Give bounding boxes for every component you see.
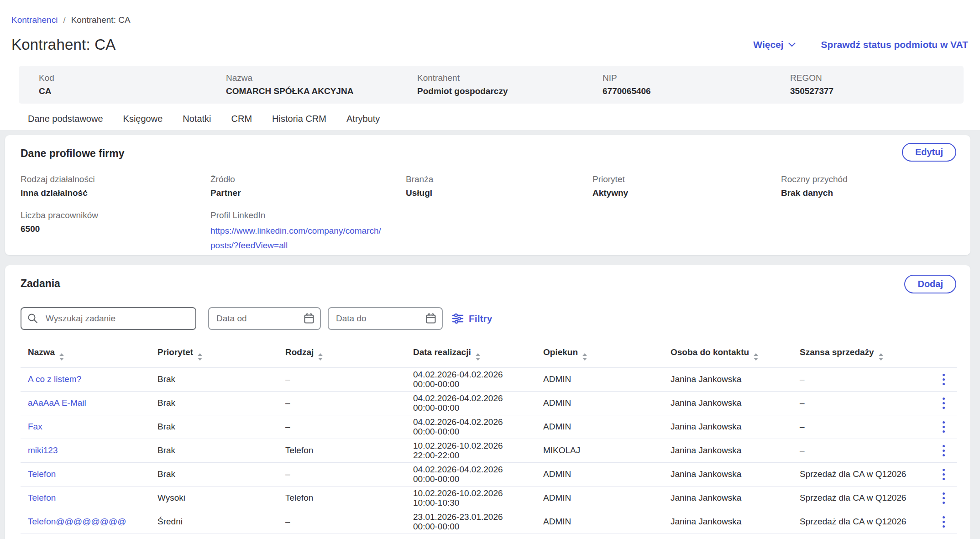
task-name-link[interactable]: Telefon bbox=[28, 493, 56, 502]
search-icon bbox=[27, 313, 38, 324]
task-opportunity: Sprzedaż dla CA w Q12026 bbox=[792, 462, 929, 486]
task-priority: Brak bbox=[150, 439, 278, 462]
field-label: Liczba pracowników bbox=[21, 210, 210, 220]
task-priority: Średni bbox=[150, 510, 278, 534]
task-name-link[interactable]: Telefon bbox=[28, 469, 56, 479]
column-header-nazwa[interactable]: Nazwa bbox=[21, 341, 150, 367]
tasks-card: Zadania Dodaj bbox=[5, 265, 970, 539]
task-name-link[interactable]: miki123 bbox=[28, 445, 58, 455]
task-type: – bbox=[278, 391, 406, 415]
field-value: Inna działalność bbox=[21, 188, 210, 199]
task-date: 04.02.2026-04.02.202600:00-00:00 bbox=[406, 367, 536, 391]
task-contact: Janina Jankowska bbox=[663, 510, 792, 534]
profile-card-title: Dane profilowe firmy bbox=[21, 135, 957, 160]
sort-icon bbox=[476, 353, 480, 361]
column-header-osoba-do-kontaktu[interactable]: Osoba do kontaktu bbox=[663, 341, 792, 367]
summary-field-kontrahent: Kontrahent Podmiot gospodarczy bbox=[417, 73, 603, 96]
task-contact: Janina Jankowska bbox=[663, 415, 792, 439]
tab-atrybuty[interactable]: Atrybuty bbox=[336, 114, 390, 132]
task-contact: Janina Jankowska bbox=[663, 439, 792, 462]
summary-value: Podmiot gospodarczy bbox=[417, 86, 603, 96]
tab-crm[interactable]: CRM bbox=[221, 114, 262, 132]
tab-ksiegowe[interactable]: Księgowe bbox=[113, 114, 173, 132]
row-menu-button[interactable] bbox=[938, 372, 949, 387]
vat-status-link[interactable]: Sprawdź status podmiotu w VAT bbox=[821, 39, 968, 50]
tab-historia-crm[interactable]: Historia CRM bbox=[262, 114, 336, 132]
calendar-icon[interactable] bbox=[303, 313, 315, 324]
task-date: 23.01.2026-23.01.202600:00-00:00 bbox=[406, 510, 536, 534]
sort-icon bbox=[754, 353, 758, 361]
table-header-row: Nazwa Priorytet Rodzaj Data realizacji O… bbox=[21, 341, 957, 367]
profile-field-przychod: Roczny przychód Brak danych bbox=[781, 174, 957, 199]
more-label: Więcej bbox=[753, 39, 783, 50]
field-label: Roczny przychód bbox=[781, 174, 957, 184]
field-label: Priorytet bbox=[592, 174, 781, 184]
summary-value: COMARCH SPÓŁKA AKCYJNA bbox=[226, 86, 417, 96]
search-input[interactable] bbox=[21, 307, 196, 330]
summary-field-regon: REGON 350527377 bbox=[790, 73, 964, 96]
edit-button[interactable]: Edytuj bbox=[902, 143, 956, 162]
summary-field-nip: NIP 6770065406 bbox=[603, 73, 790, 96]
task-name-link[interactable]: A co z listem? bbox=[28, 374, 81, 384]
tab-dane-podstawowe[interactable]: Dane podstawowe bbox=[18, 114, 113, 132]
task-priority: Brak bbox=[150, 415, 278, 439]
task-priority: Brak bbox=[150, 367, 278, 391]
profile-fields: Rodzaj działalności Inna działalność Źró… bbox=[21, 174, 957, 253]
linkedin-link-line2[interactable]: posts/?feedView=all bbox=[210, 238, 781, 253]
task-date: 04.02.2026-04.02.202600:00-00:00 bbox=[406, 415, 536, 439]
task-name-link[interactable]: Telefon@@@@@@@@ bbox=[28, 517, 126, 526]
column-header-actions bbox=[929, 341, 957, 367]
column-header-opiekun[interactable]: Opiekun bbox=[536, 341, 663, 367]
filters-button[interactable]: Filtry bbox=[451, 312, 492, 325]
summary-field-kod: Kod CA bbox=[39, 73, 226, 96]
field-label: Rodzaj działalności bbox=[21, 174, 210, 184]
row-menu-button[interactable] bbox=[938, 467, 949, 482]
breadcrumb-link-kontrahenci[interactable]: Kontrahenci bbox=[11, 15, 58, 25]
task-opportunity: – bbox=[792, 367, 929, 391]
task-opportunity: Sprzedaż dla CA w Q12026 bbox=[792, 486, 929, 510]
column-header-data-realizacji[interactable]: Data realizacji bbox=[406, 341, 536, 367]
sort-icon bbox=[879, 353, 883, 361]
task-opportunity: – bbox=[792, 439, 929, 462]
field-label: Branża bbox=[406, 174, 592, 184]
profile-field-priorytet: Priorytet Aktywny bbox=[592, 174, 781, 199]
row-menu-button[interactable] bbox=[938, 396, 949, 411]
summary-field-nazwa: Nazwa COMARCH SPÓŁKA AKCYJNA bbox=[226, 73, 417, 96]
task-owner: ADMIN bbox=[536, 486, 663, 510]
row-menu-button[interactable] bbox=[938, 514, 949, 529]
add-button[interactable]: Dodaj bbox=[904, 275, 956, 293]
content-area: Dane profilowe firmy Edytuj Rodzaj dział… bbox=[0, 130, 980, 539]
column-header-priorytet[interactable]: Priorytet bbox=[150, 341, 278, 367]
table-row: Telefon Wysoki Telefon 10.02.2026-10.02.… bbox=[21, 486, 957, 510]
profile-field-zrodlo: Źródło Partner bbox=[210, 174, 406, 199]
field-label: Profil LinkedIn bbox=[210, 210, 781, 220]
task-name-link[interactable]: aAaAaA E-Mail bbox=[28, 398, 86, 408]
column-header-rodzaj[interactable]: Rodzaj bbox=[278, 341, 406, 367]
top-bar: Kontrahenci / Kontrahent: CA Kontrahent:… bbox=[0, 0, 980, 133]
task-owner: ADMIN bbox=[536, 510, 663, 534]
summary-value: 350527377 bbox=[790, 86, 964, 96]
calendar-icon[interactable] bbox=[425, 313, 437, 324]
task-opportunity: – bbox=[792, 415, 929, 439]
table-row: Fax Brak – 04.02.2026-04.02.202600:00-00… bbox=[21, 415, 957, 439]
linkedin-link-line1[interactable]: https://www.linkedin.com/company/comarch… bbox=[210, 224, 781, 238]
breadcrumb-current: Kontrahent: CA bbox=[71, 15, 131, 25]
filters-icon bbox=[451, 312, 464, 325]
title-actions: Więcej Sprawdź status podmiotu w VAT bbox=[753, 39, 971, 50]
column-header-szansa-sprzedazy[interactable]: Szansa sprzedaży bbox=[792, 341, 929, 367]
row-menu-button[interactable] bbox=[938, 491, 949, 506]
contractor-summary-bar: Kod CA Nazwa COMARCH SPÓŁKA AKCYJNA Kont… bbox=[19, 66, 964, 104]
summary-label: Kod bbox=[39, 73, 226, 83]
more-button[interactable]: Więcej bbox=[753, 39, 795, 50]
summary-label: Nazwa bbox=[226, 73, 417, 83]
tab-notatki[interactable]: Notatki bbox=[173, 114, 221, 132]
task-priority: Wysoki bbox=[150, 486, 278, 510]
profile-field-pracownicy: Liczba pracowników 6500 bbox=[21, 210, 210, 253]
row-menu-button[interactable] bbox=[938, 443, 949, 458]
row-menu-button[interactable] bbox=[938, 419, 949, 434]
field-value: Brak danych bbox=[781, 188, 957, 199]
task-name-link[interactable]: Fax bbox=[28, 422, 42, 431]
task-type: – bbox=[278, 415, 406, 439]
task-owner: ADMIN bbox=[536, 415, 663, 439]
page-title: Kontrahent: CA bbox=[11, 36, 115, 53]
